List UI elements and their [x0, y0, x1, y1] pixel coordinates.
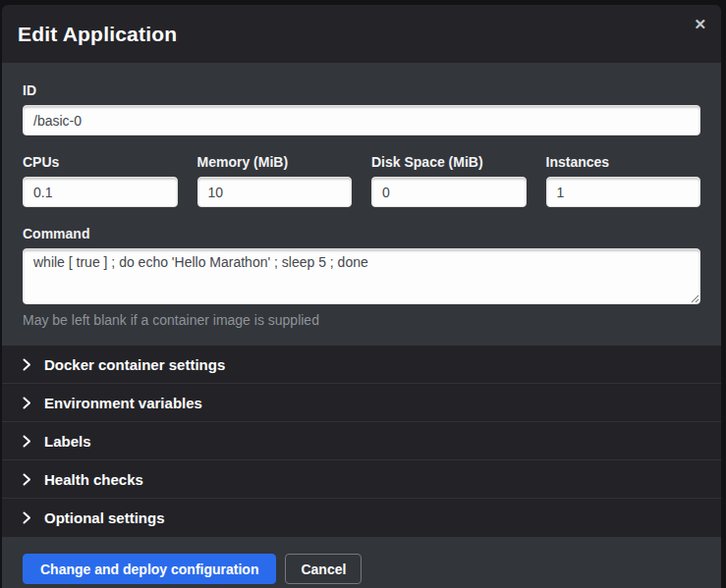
command-help-text: May be left blank if a container image i… [23, 312, 700, 328]
chevron-right-icon [23, 435, 31, 448]
section-health-checks[interactable]: Health checks [2, 460, 721, 499]
section-label: Environment variables [44, 395, 202, 411]
resources-row: CPUs Memory (MiB) Disk Space (MiB) Insta… [23, 154, 700, 207]
memory-label: Memory (MiB) [197, 154, 353, 170]
cancel-button[interactable]: Cancel [285, 554, 362, 584]
section-environment-variables[interactable]: Environment variables [2, 384, 721, 422]
modal-header: Edit Application ✕ [2, 5, 721, 63]
chevron-right-icon [23, 511, 31, 524]
section-label: Health checks [44, 471, 143, 488]
instances-field-group: Instances [546, 154, 701, 207]
modal-title: Edit Application [18, 23, 177, 46]
cpus-field-group: CPUs [23, 154, 178, 207]
disk-label: Disk Space (MiB) [371, 154, 527, 170]
change-and-deploy-button[interactable]: Change and deploy configuration [23, 554, 276, 584]
section-labels[interactable]: Labels [2, 422, 721, 460]
cpus-label: CPUs [23, 154, 178, 170]
chevron-right-icon [23, 473, 31, 486]
command-field-group: Command while [ true ] ; do echo 'Hello … [23, 226, 700, 328]
cpus-input[interactable] [23, 177, 178, 207]
id-label: ID [23, 82, 700, 98]
id-field-group: ID [23, 82, 700, 135]
section-label: Docker container settings [44, 356, 225, 373]
close-icon[interactable]: ✕ [694, 17, 706, 31]
instances-input[interactable] [546, 177, 701, 207]
section-docker-container-settings[interactable]: Docker container settings [2, 346, 721, 384]
command-textarea[interactable]: while [ true ] ; do echo 'Hello Marathon… [23, 248, 700, 304]
memory-field-group: Memory (MiB) [197, 154, 353, 207]
id-input[interactable] [23, 105, 700, 135]
modal-footer: Change and deploy configuration Cancel [2, 537, 721, 588]
chevron-right-icon [23, 397, 31, 409]
disk-field-group: Disk Space (MiB) [371, 154, 527, 207]
memory-input[interactable] [197, 177, 353, 207]
edit-application-modal: Edit Application ✕ ID CPUs Memory (MiB) … [2, 5, 721, 588]
section-label: Labels [44, 433, 91, 450]
section-optional-settings[interactable]: Optional settings [2, 499, 721, 537]
section-label: Optional settings [44, 509, 165, 526]
chevron-right-icon [23, 358, 31, 371]
disk-input[interactable] [371, 177, 527, 207]
instances-label: Instances [546, 154, 701, 170]
modal-body: ID CPUs Memory (MiB) Disk Space (MiB) In… [2, 63, 721, 346]
command-label: Command [23, 226, 700, 241]
accordion-sections: Docker container settings Environment va… [2, 346, 721, 537]
